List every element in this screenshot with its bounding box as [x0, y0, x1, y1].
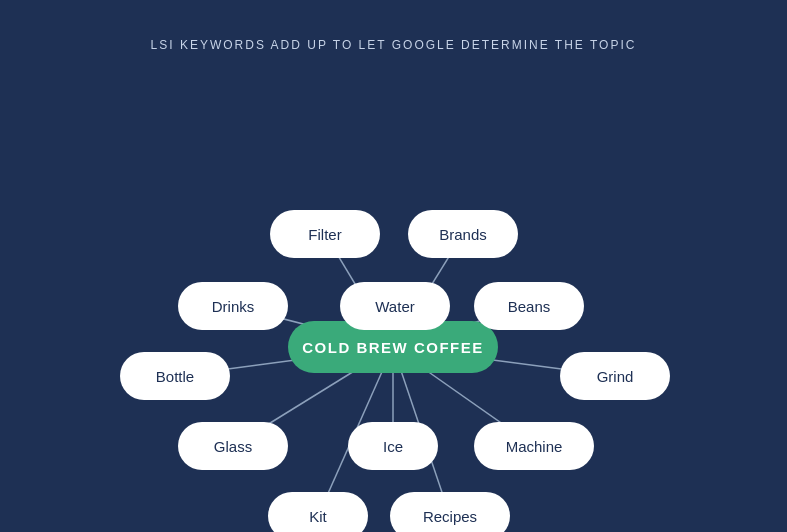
node-kit: Kit: [268, 492, 368, 532]
node-machine: Machine: [474, 422, 594, 470]
node-brands: Brands: [408, 210, 518, 258]
node-glass: Glass: [178, 422, 288, 470]
node-grind: Grind: [560, 352, 670, 400]
node-beans: Beans: [474, 282, 584, 330]
node-drinks: Drinks: [178, 282, 288, 330]
diagram-container: COLD BREW COFFEEFilterBrandsDrinksWaterB…: [0, 62, 787, 532]
page-title: LSI KEYWORDS ADD UP TO LET GOOGLE DETERM…: [0, 0, 787, 52]
node-filter: Filter: [270, 210, 380, 258]
node-ice: Ice: [348, 422, 438, 470]
node-recipes: Recipes: [390, 492, 510, 532]
node-bottle: Bottle: [120, 352, 230, 400]
node-water: Water: [340, 282, 450, 330]
